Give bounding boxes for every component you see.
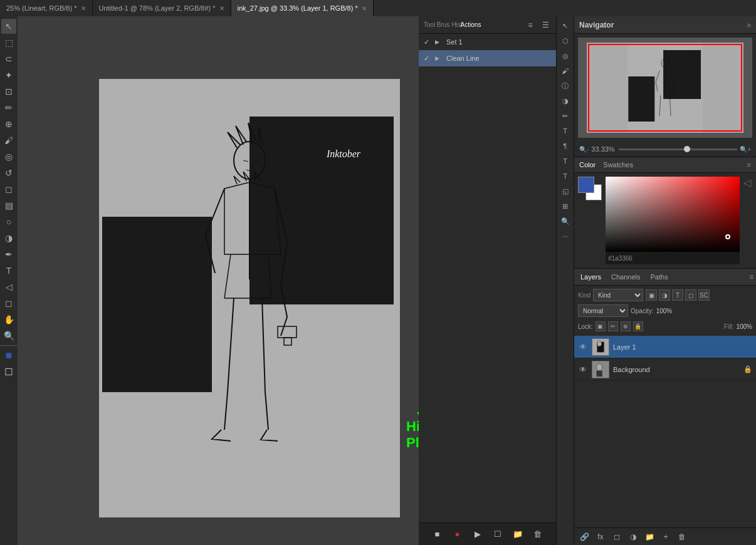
hand-tool[interactable]: ✋ (1, 312, 16, 327)
layers-tab[interactable]: Layers (577, 272, 605, 282)
clone-tool[interactable]: ◎ (1, 149, 16, 164)
expand-icon-set1[interactable]: ▶ (435, 39, 443, 45)
crop-tool[interactable]: ⊡ (1, 84, 16, 99)
link-layers-icon[interactable]: 🔗 (578, 531, 591, 543)
rtool-info[interactable]: ⓘ (559, 79, 572, 93)
foreground-color[interactable]: ■ (1, 348, 16, 363)
filter-type-icon[interactable]: T (672, 289, 683, 301)
rtool-text[interactable]: T (559, 154, 572, 168)
brush-option[interactable]: Brus (436, 18, 450, 32)
history-brush-tool[interactable]: ↺ (1, 165, 16, 180)
select-tool[interactable]: ⬚ (1, 35, 16, 50)
hex-input[interactable] (612, 255, 643, 262)
rtool-brush[interactable]: 🖌 (559, 64, 572, 78)
color-picker-box[interactable] (606, 177, 740, 252)
action-set1[interactable]: ✓ ▶ Set 1 (419, 34, 556, 50)
zoom-tool[interactable]: 🔍 (1, 328, 16, 343)
zoom-slider[interactable] (619, 148, 737, 150)
zoom-in-icon[interactable]: 🔍+ (740, 146, 751, 153)
tool-option[interactable]: Tool (423, 18, 436, 32)
tab-lineart[interactable]: 25% (Lineart, RGB/8) * ✕ (0, 0, 93, 16)
zoom-out-icon[interactable]: 🔍- (579, 146, 589, 153)
eraser-tool[interactable]: ◻ (1, 182, 16, 197)
delete-layer-icon[interactable]: 🗑 (676, 531, 688, 543)
rtool-zoom2[interactable]: 🔍 (559, 214, 572, 228)
rtool-align[interactable]: T (559, 124, 572, 138)
rtool-clone2[interactable]: ◱ (559, 184, 572, 198)
lock-position-icon[interactable]: ⊕ (621, 321, 631, 331)
rtool-color[interactable]: ◑ (559, 94, 572, 108)
zoom-slider-thumb[interactable] (684, 146, 690, 152)
layer-item-background[interactable]: 👁 Background 🔒 (574, 358, 756, 381)
stop-button[interactable]: ■ (431, 528, 444, 541)
resize-icon[interactable]: ◁ (743, 177, 752, 189)
color-cursor[interactable] (725, 234, 730, 239)
blur-tool[interactable]: ○ (1, 214, 16, 229)
add-adjustment-icon[interactable]: ◑ (627, 531, 639, 543)
record-button[interactable]: ● (451, 528, 464, 541)
opacity-row: Opacity: 100% (631, 308, 672, 314)
channels-tab[interactable]: Channels (607, 272, 644, 282)
paths-tab[interactable]: Paths (647, 272, 672, 282)
lock-image-icon[interactable]: ✏ (608, 321, 618, 331)
delete-action-button[interactable]: 🗑 (532, 528, 544, 541)
panel-menu-icon[interactable]: ≡ (523, 18, 537, 32)
background-visibility-toggle[interactable]: 👁 (578, 365, 588, 375)
shape-tool[interactable]: ◻ (1, 296, 16, 311)
blend-mode-select[interactable]: Normal (578, 304, 628, 317)
new-set-button[interactable]: 📁 (512, 528, 524, 541)
tab-close-lineart[interactable]: ✕ (81, 5, 86, 12)
lock-all-icon[interactable]: 🔒 (633, 321, 643, 331)
magic-wand-tool[interactable]: ✦ (1, 68, 16, 83)
add-group-icon[interactable]: 📁 (643, 531, 656, 543)
lock-transparent-icon[interactable]: ▣ (596, 321, 606, 331)
filter-shape-icon[interactable]: ◻ (685, 289, 696, 301)
rtool-heal[interactable]: ◎ (559, 49, 572, 63)
spot-heal-tool[interactable]: ⊕ (1, 117, 16, 132)
add-layer-icon[interactable]: + (659, 531, 672, 543)
expand-icon-cleanline[interactable]: ▶ (435, 55, 443, 61)
add-mask-icon[interactable]: ◻ (611, 531, 623, 543)
new-action-button[interactable]: ☐ (491, 528, 504, 541)
color-menu-icon[interactable]: ≡ (747, 161, 751, 169)
move-tool[interactable]: ↖ (1, 19, 16, 34)
kind-select[interactable]: Kind (593, 289, 643, 301)
layer-item-layer1[interactable]: 👁 Layer 1 (574, 336, 756, 358)
tab-close-untitled[interactable]: ✕ (219, 5, 224, 12)
rtool-more[interactable]: ··· (559, 229, 572, 243)
tab-untitled[interactable]: Untitled-1 @ 78% (Layer 2, RGB/8#) * ✕ (93, 0, 231, 16)
eyedropper-tool[interactable]: ✏ (1, 100, 16, 115)
gradient-bg (606, 177, 740, 252)
rtool-char[interactable]: T (559, 169, 572, 183)
filter-pixel-icon[interactable]: ▣ (646, 289, 657, 301)
lasso-tool[interactable]: ⊂ (1, 51, 16, 66)
action-clean-line[interactable]: ✓ ▶ Clean Line (419, 50, 556, 66)
gradient-tool[interactable]: ▤ (1, 198, 16, 213)
pen-tool[interactable]: ✒ (1, 247, 16, 262)
add-style-icon[interactable]: fx (594, 531, 607, 543)
rtool-sample[interactable]: ✏ (559, 109, 572, 123)
layers-menu-icon[interactable]: ≡ (749, 272, 753, 281)
dodge-tool[interactable]: ◑ (1, 231, 16, 246)
actions-tab[interactable]: Actions (464, 18, 478, 32)
tab-ink27[interactable]: ink_27.jpg @ 33.3% (Layer 1, RGB/8) * ✕ (231, 0, 374, 16)
background-color[interactable]: □ (1, 364, 16, 379)
rtool-paragraph[interactable]: ¶ (559, 139, 572, 153)
type-tool[interactable]: T (1, 263, 16, 278)
navigator-menu-icon[interactable]: ≡ (747, 21, 751, 29)
brush-tool[interactable]: 🖌 (1, 133, 16, 148)
filter-adjustment-icon[interactable]: ◑ (659, 289, 670, 301)
play-button[interactable]: ▶ (471, 528, 484, 541)
foreground-swatch[interactable] (578, 177, 594, 193)
color-tab[interactable]: Color (579, 161, 596, 169)
tab-close-ink27[interactable]: ✕ (362, 5, 367, 12)
fg-bg-swatches[interactable] (578, 177, 602, 200)
path-select-tool[interactable]: ◁ (1, 279, 16, 294)
filter-smart-icon[interactable]: SC (698, 289, 710, 301)
rtool-select[interactable]: ↖ (559, 19, 572, 33)
panel-options-icon[interactable]: ☰ (538, 18, 552, 32)
swatches-tab[interactable]: Swatches (603, 161, 633, 169)
rtool-3d[interactable]: ⊞ (559, 199, 572, 213)
rtool-transform[interactable]: ⬡ (559, 34, 572, 48)
layer1-visibility-toggle[interactable]: 👁 (578, 342, 588, 352)
